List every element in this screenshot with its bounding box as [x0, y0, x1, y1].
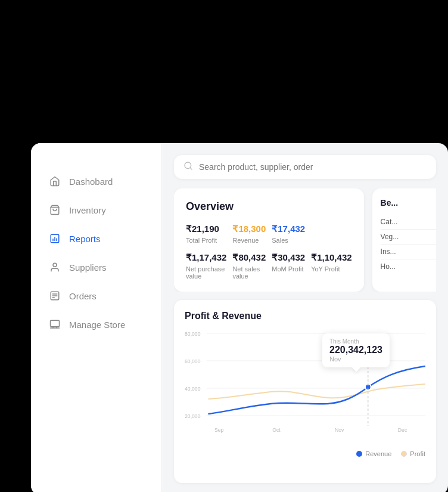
- overview-grid: ₹21,190 Total Profit ₹18,300 Revenue ₹17…: [186, 224, 352, 280]
- stat-label: YoY Profit: [311, 265, 351, 273]
- sidebar-item-suppliers[interactable]: Suppliers: [31, 253, 161, 281]
- tooltip-value: 220,342,123: [329, 345, 382, 355]
- svg-text:20,000: 20,000: [185, 413, 201, 419]
- svg-text:Dec: Dec: [398, 427, 407, 433]
- chart-card: Profit & Revenue This Month 220,342,123 …: [174, 300, 436, 483]
- chart-tooltip: This Month 220,342,123 Nov: [322, 333, 390, 367]
- tooltip-arrow: [352, 367, 360, 372]
- svg-rect-10: [51, 320, 60, 327]
- stat-label: Net purchase value: [186, 265, 226, 280]
- best-sellers-card: Be... Cat... Veg... Ins... Ho...: [372, 188, 436, 292]
- legend-label: Revenue: [365, 450, 391, 457]
- best-sellers-item: Veg...: [381, 230, 436, 245]
- stat-revenue: ₹18,300 Revenue: [232, 224, 266, 244]
- search-bar: [174, 155, 436, 179]
- stat-value: ₹21,190: [186, 224, 226, 234]
- sidebar-item-label: Suppliers: [69, 262, 107, 273]
- sidebar-item-inventory[interactable]: Inventory: [31, 196, 161, 224]
- sidebar-item-label: Orders: [69, 291, 97, 301]
- stat-total-profit: ₹21,190 Total Profit: [186, 224, 226, 244]
- home-icon: [49, 175, 61, 187]
- sidebar-item-dashboard[interactable]: Dashobard: [31, 167, 161, 196]
- stat-label: Net sales value: [232, 265, 266, 280]
- sidebar-item-orders[interactable]: Orders: [31, 281, 161, 310]
- tooltip-this-month: This Month: [329, 338, 382, 345]
- svg-text:40,000: 40,000: [185, 386, 201, 392]
- sidebar-item-label: Reports: [69, 234, 101, 244]
- main-content: Overview ₹21,190 Total Profit ₹18,300 Re…: [162, 143, 448, 492]
- stat-empty: [311, 224, 351, 244]
- legend-label: Profit: [410, 450, 425, 457]
- stat-label: Total Profit: [186, 237, 226, 244]
- svg-line-15: [190, 168, 192, 169]
- svg-text:Nov: Nov: [335, 427, 344, 433]
- svg-text:Oct: Oct: [272, 427, 281, 433]
- sidebar-item-label: Dashobard: [69, 177, 113, 187]
- stat-value: ₹17,432: [272, 224, 305, 234]
- overview-card: Overview ₹21,190 Total Profit ₹18,300 Re…: [174, 188, 364, 292]
- stat-net-purchase: ₹1,17,432 Net purchase value: [186, 252, 226, 280]
- best-sellers-title: Be...: [381, 198, 436, 208]
- overview-title: Overview: [186, 200, 352, 213]
- chart-legend: Revenue Profit: [185, 450, 425, 457]
- best-sellers-item: Ho...: [381, 259, 436, 274]
- stat-label: Sales: [272, 237, 305, 244]
- chart-area: This Month 220,342,123 Nov 80,000 60,000…: [185, 327, 425, 447]
- stat-label: Revenue: [232, 237, 266, 244]
- sidebar: Dashobard Inventory Reports: [31, 143, 162, 492]
- reports-icon: [49, 233, 61, 245]
- svg-text:80,000: 80,000: [185, 331, 201, 337]
- stat-yoy-profit: ₹1,10,432 YoY Profit: [311, 252, 351, 280]
- sidebar-item-label: Manage Store: [69, 320, 125, 330]
- stat-sales: ₹17,432 Sales: [272, 224, 305, 244]
- legend-dot-revenue: [356, 451, 362, 457]
- chart-title: Profit & Revenue: [185, 311, 425, 321]
- sidebar-item-manage-store[interactable]: Manage Store: [31, 310, 161, 339]
- stat-value: ₹1,10,432: [311, 252, 351, 263]
- inventory-icon: [49, 204, 61, 216]
- stat-value: ₹18,300: [232, 224, 266, 234]
- svg-text:60,000: 60,000: [185, 358, 201, 364]
- best-sellers-item: Cat...: [381, 215, 436, 230]
- stat-mom-profit: ₹30,432 MoM Profit: [272, 252, 305, 280]
- stat-label: MoM Profit: [272, 265, 305, 273]
- svg-text:Sep: Sep: [214, 427, 223, 433]
- orders-icon: [49, 290, 61, 302]
- stat-value: ₹1,17,432: [186, 252, 226, 263]
- legend-revenue: Revenue: [356, 450, 391, 457]
- svg-point-5: [53, 263, 57, 267]
- stat-value: ₹80,432: [232, 252, 266, 263]
- legend-dot-profit: [401, 451, 407, 457]
- best-sellers-item: Ins...: [381, 245, 436, 259]
- search-input[interactable]: [199, 162, 427, 172]
- suppliers-icon: [49, 261, 61, 273]
- sidebar-item-label: Inventory: [69, 205, 106, 215]
- stat-net-sales: ₹80,432 Net sales value: [232, 252, 266, 280]
- stat-value: ₹30,432: [272, 252, 305, 263]
- store-icon: [49, 318, 61, 330]
- search-icon: [183, 161, 193, 173]
- tooltip-month: Nov: [329, 355, 382, 363]
- sidebar-item-reports[interactable]: Reports: [31, 224, 161, 253]
- legend-profit: Profit: [401, 450, 425, 457]
